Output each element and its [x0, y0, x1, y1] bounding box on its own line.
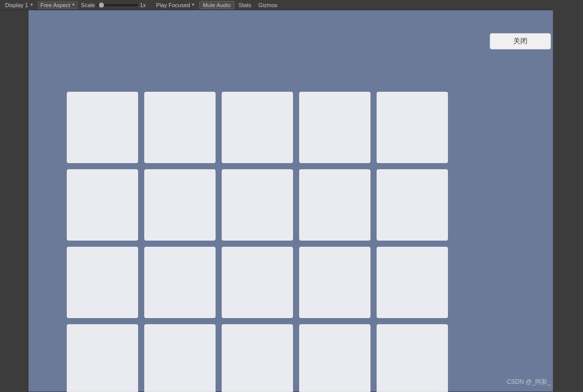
- grid-cell-20: [377, 324, 448, 392]
- toolbar-display[interactable]: Display 1 ▼: [2, 2, 37, 9]
- left-margin: [0, 10, 14, 392]
- grid-cell-10: [377, 169, 448, 241]
- grid-container: [67, 92, 448, 392]
- grid-cell-17: [144, 324, 216, 392]
- stats-button[interactable]: Stats: [235, 2, 254, 9]
- grid-cell-8: [222, 169, 293, 241]
- grid-cell-15: [377, 247, 448, 318]
- scale-label: Scale: [81, 2, 95, 8]
- grid-cell-4: [299, 92, 370, 163]
- grid-cell-9: [299, 169, 370, 241]
- close-button[interactable]: 关闭: [490, 33, 551, 49]
- toolbar: Display 1 ▼ Free Aspect ▼ Scale 1x Play …: [0, 0, 583, 10]
- grid-cell-5: [377, 92, 448, 163]
- aspect-label: Free Aspect: [40, 2, 70, 8]
- grid-cell-18: [222, 324, 293, 392]
- mute-audio-button[interactable]: Mute Audio: [199, 1, 234, 9]
- display-label: Display 1: [5, 2, 28, 8]
- grid-cell-3: [222, 92, 293, 163]
- gizmos-button[interactable]: Gizmos: [255, 2, 280, 9]
- display-chevron-icon: ▼: [30, 3, 34, 7]
- scale-value: 1x: [140, 2, 150, 8]
- right-sidebar: [553, 0, 583, 392]
- game-view: 关闭 CSD: [29, 10, 581, 391]
- grid-cell-1: [67, 92, 138, 163]
- grid-cell-6: [67, 169, 138, 241]
- grid-cell-2: [144, 92, 216, 163]
- grid-cell-16: [67, 324, 138, 392]
- scale-area: Scale 1x: [79, 2, 152, 8]
- grid-cell-7: [144, 169, 216, 241]
- play-focused-chevron-icon: ▼: [191, 3, 195, 7]
- grid-cell-13: [222, 247, 293, 318]
- grid-cell-19: [299, 324, 370, 392]
- toolbar-aspect[interactable]: Free Aspect ▼: [38, 1, 78, 9]
- play-focused-dropdown[interactable]: Play Focused ▼: [153, 2, 198, 9]
- grid-cell-11: [67, 247, 138, 318]
- play-focused-label: Play Focused: [156, 2, 190, 8]
- scale-thumb: [99, 3, 104, 8]
- aspect-chevron-icon: ▼: [71, 3, 75, 7]
- grid-cell-12: [144, 247, 216, 318]
- watermark: CSDN @_阿新_: [507, 378, 551, 386]
- scale-slider[interactable]: [97, 4, 138, 6]
- grid-cell-14: [299, 247, 370, 318]
